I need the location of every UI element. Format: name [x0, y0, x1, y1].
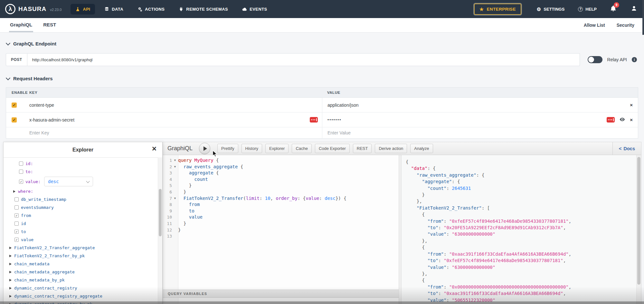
history-button[interactable]: History [242, 144, 262, 153]
explorer-field-from[interactable]: ✓from [4, 211, 162, 220]
nav-item-api[interactable]: API [71, 4, 95, 15]
explorer-field-to[interactable]: ✓to [4, 228, 162, 236]
remove-header-button[interactable]: × [630, 117, 633, 122]
chevron-down-icon[interactable] [6, 75, 10, 80]
nav-item-remote-schemas[interactable]: REMOTE SCHEMAS [174, 4, 233, 15]
response-scrollbar-thumb[interactable] [637, 157, 640, 285]
remove-header-button[interactable]: × [630, 103, 633, 107]
tab-rest[interactable]: REST [42, 18, 57, 32]
editor-line: 3 aggregate { [163, 170, 399, 176]
field-label: db_write_timestamp [21, 197, 66, 202]
header-enabled-checkbox[interactable]: ✓ [12, 117, 17, 123]
order-direction-dropdown[interactable]: desc [44, 177, 93, 186]
link-security[interactable]: Security [617, 23, 634, 28]
show-secret-eye-icon[interactable] [620, 117, 625, 123]
response-pane: { "data": { "raw_events_aggregate": { "a… [402, 155, 641, 304]
info-icon[interactable]: i [632, 57, 637, 62]
checkbox[interactable] [14, 221, 19, 226]
endpoint-row: POST http://localhost:8080/v1/graphql Re… [6, 53, 638, 66]
editor-line: 8 from [163, 201, 399, 208]
secret-indicator-icon [310, 117, 318, 123]
chevron-left-icon: < [619, 146, 622, 151]
explorer-arg-value[interactable]: ✓value:desc [4, 176, 162, 187]
pane-resize-handle[interactable] [399, 155, 402, 304]
editor-line: 11 } [163, 221, 399, 227]
cache-button[interactable]: Cache [292, 144, 312, 153]
prettify-button[interactable]: Prettify [217, 144, 238, 153]
nav-item-data[interactable]: DATA [99, 4, 128, 15]
header-enabled-checkbox[interactable]: ✓ [12, 103, 17, 108]
hasura-logo[interactable]: λ HASURA v2.23.0 [5, 4, 62, 14]
fold-arrow-icon[interactable]: ▼ [172, 157, 178, 164]
query-variables-bar[interactable]: QUERY VARIABLES [163, 289, 399, 298]
header-value-cell[interactable]: •••••••× [322, 113, 638, 127]
response-line: "from": "0xfeEF57c4f894e6417e468aDe98543… [406, 218, 641, 224]
explorer-root-dynamic_contract_registry_by_pk[interactable]: dynamic_contract_registry_by_pk [4, 300, 162, 304]
analyze-button[interactable]: Analyze [410, 144, 433, 153]
checkbox[interactable]: ✓ [14, 238, 19, 242]
chevron-down-icon[interactable] [6, 41, 10, 45]
notification-badge: 9 [614, 2, 619, 8]
response-line: "data": { [406, 165, 641, 172]
user-menu-button[interactable] [631, 5, 637, 13]
explorer-field-eventsSummary[interactable]: eventsSummary [4, 203, 162, 211]
new-header-value-input[interactable]: Enter Value [322, 127, 638, 138]
root-field-label: chain_metadata [14, 261, 50, 266]
checkbox[interactable] [14, 197, 19, 201]
checkbox[interactable] [19, 170, 23, 174]
header-value-cell[interactable]: application/json× [322, 98, 638, 112]
fold-arrow-icon[interactable]: ▼ [172, 195, 178, 202]
header-key-cell[interactable]: content-type [29, 98, 322, 112]
enterprise-button[interactable]: ★ ENTERPRISE [474, 4, 521, 15]
tab-graphiql[interactable]: GraphiQL [9, 18, 33, 32]
graphql-url-input[interactable]: http://localhost:8080/v1/graphql [27, 53, 580, 66]
nav-item-actions[interactable]: ACTIONS [133, 4, 169, 15]
execute-query-button[interactable] [199, 143, 210, 154]
explorer-arg-where[interactable]: where: [4, 187, 162, 195]
checkbox[interactable] [19, 162, 23, 166]
link-allow-list[interactable]: Allow List [584, 23, 605, 28]
nav-item-events[interactable]: EVENTS [237, 4, 272, 15]
new-header-key-input[interactable]: Enter Key [29, 127, 322, 138]
response-line: { [406, 244, 641, 250]
query-editor[interactable]: 1▼query MyQuery {2▼ raw_events_aggregate… [163, 155, 399, 304]
explorer-field-value[interactable]: ✓value [4, 236, 162, 244]
checkbox[interactable]: ✓ [14, 230, 19, 234]
explorer-arg-id[interactable]: id: [4, 160, 162, 168]
explorer-scrollbar-thumb[interactable] [159, 189, 162, 236]
code-exporter-button[interactable]: Code Exporter [315, 144, 350, 153]
explorer-field-id[interactable]: id [4, 220, 162, 228]
star-icon: ★ [479, 7, 484, 12]
derive-action-button[interactable]: Derive action [375, 144, 407, 153]
explorer-button[interactable]: Explorer [265, 144, 289, 153]
rest-button[interactable]: REST [353, 144, 372, 153]
notifications-button[interactable]: 9 [610, 5, 616, 13]
explorer-close-button[interactable]: ✕ [152, 146, 157, 152]
checkbox[interactable]: ✓ [14, 213, 19, 218]
arg-label: id: [25, 161, 33, 166]
settings-button[interactable]: ⚙ SETTINGS [537, 7, 564, 12]
request-headers-title: Request Headers [13, 76, 53, 81]
explorer-arg-to[interactable]: to: [4, 168, 162, 176]
graphql-endpoint-section-header: GraphQL Endpoint [6, 41, 644, 46]
header-key-cell[interactable]: x-hasura-admin-secret [29, 113, 322, 127]
fold-arrow-icon[interactable]: ▼ [172, 164, 178, 170]
root-field-label: dynamic_contract_registry_by_pk [14, 302, 92, 304]
checkbox[interactable] [14, 205, 19, 210]
explorer-root-chain_metadata_by_pk[interactable]: chain_metadata_by_pk [4, 276, 162, 284]
checkbox[interactable]: ✓ [19, 180, 23, 184]
help-button[interactable]: ? HELP [578, 7, 597, 12]
explorer-root-dynamic_contract_registry_aggregate[interactable]: dynamic_contract_registry_aggregate [4, 292, 162, 300]
relay-api-label: Relay API [607, 57, 627, 62]
nav-item-label: EVENTS [250, 7, 267, 12]
explorer-root-chain_metadata_aggregate[interactable]: chain_metadata_aggregate [4, 268, 162, 276]
explorer-root-FiatTokenV2_2_Transfer_by_pk[interactable]: FiatTokenV2_2_Transfer_by_pk [4, 252, 162, 260]
docs-button[interactable]: < Docs [612, 142, 641, 155]
explorer-root-dynamic_contract_registry[interactable]: dynamic_contract_registry [4, 284, 162, 292]
relay-api-toggle[interactable] [588, 56, 602, 63]
editor-line: 4 count [163, 176, 399, 183]
nav-item-label: DATA [112, 7, 123, 12]
explorer-field-db_write_timestamp[interactable]: db_write_timestamp [4, 195, 162, 203]
explorer-root-FiatTokenV2_2_Transfer_aggregate[interactable]: FiatTokenV2_2_Transfer_aggregate [4, 244, 162, 252]
explorer-root-chain_metadata[interactable]: chain_metadata [4, 260, 162, 268]
